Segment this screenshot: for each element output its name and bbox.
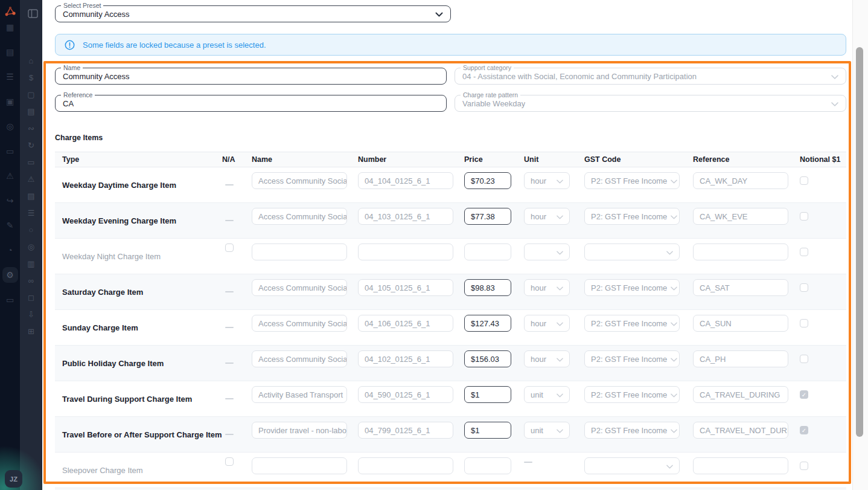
gst-code-select: P2: GST Free Income xyxy=(584,422,680,439)
price-input[interactable]: $98.83 xyxy=(464,279,511,296)
charge-rate-pattern-label: Charge rate pattern xyxy=(461,91,520,99)
tasks-icon[interactable]: ☰ xyxy=(0,64,20,89)
number-input xyxy=(358,457,453,474)
name-field-label: Name xyxy=(61,64,83,72)
documents-icon[interactable]: ▢ xyxy=(20,86,42,103)
calendar-icon[interactable]: ▤ xyxy=(0,39,20,64)
charge-item-row: Saturday Charge ItemAccess Community Soc… xyxy=(55,274,846,310)
charge-items-header-row: Type N/A Name Number Price Unit GST Code… xyxy=(55,152,846,167)
col-header-na: N/A xyxy=(222,155,252,164)
downloads-icon[interactable]: ⇩ xyxy=(20,306,42,323)
reference-input: CA_SUN xyxy=(693,315,788,332)
charge-items-table: Type N/A Name Number Price Unit GST Code… xyxy=(55,152,846,490)
services-icon[interactable]: ∾ xyxy=(20,120,42,137)
planner-icon[interactable]: ▣ xyxy=(0,89,20,114)
na-dash xyxy=(225,398,234,399)
chevron-down-icon xyxy=(831,99,838,108)
chevron-down-icon xyxy=(557,283,563,292)
number-input: 04_106_0125_6_1 xyxy=(358,315,453,332)
signature-icon[interactable]: ✎ xyxy=(0,213,20,237)
notional-checkbox[interactable] xyxy=(800,176,808,185)
exit-icon[interactable]: ↪ xyxy=(0,188,20,213)
notional-checkbox[interactable] xyxy=(800,462,808,470)
scrollbar-thumb[interactable] xyxy=(856,47,863,437)
notional-checkbox[interactable] xyxy=(800,283,808,292)
select-preset-dropdown[interactable]: Select Preset Community Access xyxy=(55,5,451,22)
locked-fields-banner: Some fields are locked because a preset … xyxy=(55,34,846,56)
incidents-icon[interactable]: ⚠ xyxy=(20,170,42,187)
price-input[interactable]: $77.38 xyxy=(464,208,511,225)
number-input: 04_102_0125_6_1 xyxy=(358,350,453,367)
home-icon[interactable]: ⌂ xyxy=(20,52,42,69)
charge-item-row: Sunday Charge ItemAccess Community Socia… xyxy=(55,310,846,346)
alerts-icon[interactable]: ⚠ xyxy=(0,163,20,188)
reference-input xyxy=(693,457,788,474)
apps-icon[interactable]: ⊞ xyxy=(20,323,42,340)
charge-item-row: Weekday Night Charge Item xyxy=(55,239,846,274)
app-root: ▦▤☰▣◎▭⚠↪✎◔⚙▭ ⌂$▢▤∾↻▭⚠▤☰○◎▥∞◻⇩⊞ JZ Select… xyxy=(0,0,868,490)
unit-select: hour xyxy=(524,208,570,225)
select-preset-label: Select Preset xyxy=(61,2,103,10)
clients-icon[interactable]: ◎ xyxy=(0,114,20,138)
number-input xyxy=(358,243,453,260)
reference-field[interactable]: Reference CA xyxy=(55,95,447,112)
price-input xyxy=(464,457,511,474)
vault-icon[interactable]: ◻ xyxy=(20,289,42,306)
col-header-number: Number xyxy=(358,155,464,164)
banner-text: Some fields are locked because a preset … xyxy=(83,40,266,50)
schedule-icon[interactable]: ▤ xyxy=(20,103,42,120)
chevron-down-icon xyxy=(671,212,677,221)
checklists-icon[interactable]: ☰ xyxy=(20,204,42,221)
knowledge-icon[interactable]: ▥ xyxy=(20,255,42,272)
notional-checkbox[interactable] xyxy=(800,355,808,363)
reference-input: CA_TRAVEL_DURING xyxy=(693,386,788,403)
dashboard-icon[interactable]: ▦ xyxy=(0,15,20,39)
price-input[interactable]: $127.43 xyxy=(464,315,511,332)
charge-items-title: Charge Items xyxy=(55,134,103,142)
price-input[interactable]: $156.03 xyxy=(464,350,511,367)
name-input: Access Community Social and xyxy=(252,279,347,296)
billing-icon[interactable]: ▭ xyxy=(0,287,20,312)
price-input[interactable]: $1 xyxy=(464,422,511,439)
history-icon[interactable]: ↻ xyxy=(20,137,42,153)
contacts-icon[interactable]: ◎ xyxy=(20,238,42,255)
reports-icon[interactable]: ◔ xyxy=(0,237,20,262)
devices-icon[interactable]: ▭ xyxy=(0,138,20,163)
links-icon[interactable]: ∞ xyxy=(20,272,42,289)
price-input[interactable]: $1 xyxy=(464,386,511,403)
col-header-gst: GST Code xyxy=(584,155,693,164)
number-input: 04_590_0125_6_1 xyxy=(358,386,453,403)
reference-input: CA_TRAVEL_NOT_DURING xyxy=(693,422,788,439)
unit-select: hour xyxy=(524,350,570,367)
price-input[interactable]: $70.23 xyxy=(464,172,511,189)
chevron-down-icon xyxy=(671,283,677,292)
chevron-down-icon xyxy=(666,462,673,471)
reference-input: CA_WK_DAY xyxy=(693,172,788,189)
chevron-down-icon xyxy=(671,426,677,435)
notional-checkbox[interactable] xyxy=(800,319,808,327)
number-input: 04_105_0125_6_1 xyxy=(358,279,453,296)
support-category-label: Support category xyxy=(461,64,514,72)
name-input xyxy=(252,457,347,474)
charge-item-row: Sleepover Charge Item xyxy=(55,453,846,488)
notional-checkbox[interactable] xyxy=(800,212,808,221)
folders-icon[interactable]: ▭ xyxy=(20,153,42,170)
unit-select: unit xyxy=(524,386,570,403)
col-header-notional: Notional $1 xyxy=(800,155,846,164)
user-avatar[interactable]: JZ xyxy=(5,470,22,488)
na-checkbox[interactable] xyxy=(225,243,234,252)
chevron-down-icon xyxy=(557,426,563,435)
sidebar-toggle-icon[interactable] xyxy=(28,9,38,21)
name-field[interactable]: Name Community Access xyxy=(55,68,447,85)
na-checkbox[interactable] xyxy=(225,457,234,466)
na-dash xyxy=(225,184,234,185)
reference-input xyxy=(693,243,788,260)
number-input: 04_104_0125_6_1 xyxy=(358,172,453,189)
invoices-icon[interactable]: ▤ xyxy=(20,187,42,204)
chevron-down-icon xyxy=(435,10,443,19)
finance-icon[interactable]: $ xyxy=(20,69,42,86)
chevron-down-icon xyxy=(671,355,677,364)
profile-icon[interactable]: ○ xyxy=(20,221,42,238)
settings-icon[interactable]: ⚙ xyxy=(0,262,20,287)
notional-checkbox[interactable] xyxy=(800,248,808,256)
